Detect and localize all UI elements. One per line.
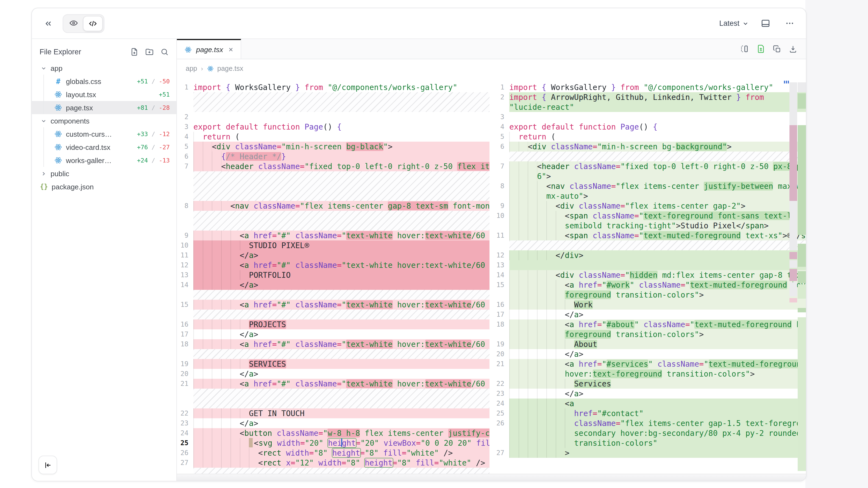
sidebar-file-layout.tsx[interactable]: layout.tsx+51 [32, 88, 176, 101]
code-line: 26<rect width="8" height="8" fill="white… [177, 448, 490, 458]
breadcrumb: app › page.tsx [177, 59, 806, 78]
new-file-button[interactable] [130, 48, 138, 56]
code-line: 1import { WorksGallery } from "@/compone… [493, 82, 806, 92]
text-cursor [341, 438, 343, 447]
code-line: 1import { WorksGallery } from "@/compone… [177, 82, 490, 92]
line-number: 18 [177, 339, 193, 349]
line-number: 4 [177, 132, 193, 142]
line-number: 9 [493, 201, 509, 211]
panel-bottom-button[interactable] [757, 15, 773, 31]
collapse-panel-button[interactable] [41, 15, 56, 31]
code-line: 25href="#contact" [493, 409, 806, 418]
code-line: 25<svg width="20" height="20" viewBox="0… [177, 438, 490, 448]
sidebar-folder-public[interactable]: public [32, 167, 176, 180]
chevrons-left-icon [44, 19, 53, 28]
code-line: 10STUDIO PIXEL® [177, 240, 490, 250]
copy-button[interactable] [773, 45, 781, 53]
sidebar-file-page.tsx[interactable]: page.tsx+81 / -28 [32, 101, 176, 114]
line-number: 3 [177, 122, 193, 132]
line-number: 11 [493, 231, 509, 240]
line-number: 8 [177, 201, 193, 211]
preview-toggle-button[interactable] [64, 15, 83, 30]
sidebar-file-globals.css[interactable]: #globals.css+51 / -50 [32, 75, 176, 88]
sidebar-file-works-galler-[interactable]: works-galler…+24 / -13 [32, 154, 176, 167]
code-line: 16Work [493, 300, 806, 310]
code-line: 8<nav className="flex items-center justi… [493, 181, 806, 201]
more-options-button[interactable] [782, 15, 797, 31]
toolbar-right-group: Latest [719, 15, 797, 31]
code-line: 27> [493, 448, 806, 458]
pane-divider [490, 82, 493, 474]
code-toggle-button[interactable] [83, 15, 103, 31]
diff-pane-original[interactable]: 1import { WorksGallery } from "@/compone… [177, 82, 490, 474]
line-number: 4 [493, 122, 509, 132]
code-view-window: Latest File Explorer [31, 8, 806, 481]
download-button[interactable] [789, 45, 797, 53]
code-line: 21<a href="#services" className="text-mu… [493, 359, 806, 379]
code-line: 24<a [493, 398, 806, 409]
new-folder-button[interactable] [145, 48, 154, 56]
line-number: 23 [177, 418, 193, 428]
code-line: 3 [493, 112, 806, 122]
editor-actions [740, 39, 806, 59]
line-number: 26 [493, 418, 509, 448]
code-line: 20</a> [177, 369, 490, 379]
line-number: 8 [493, 181, 509, 201]
close-tab-icon[interactable]: × [228, 45, 233, 54]
line-number: 18 [493, 320, 509, 339]
breadcrumb-file[interactable]: page.tsx [217, 65, 243, 72]
react-icon [54, 143, 62, 151]
code-line: 5<div className="min-h-screen bg-black"> [177, 142, 490, 152]
code-line: 13 [493, 260, 806, 270]
version-dropdown[interactable]: Latest [719, 19, 749, 27]
line-number: 1 [177, 82, 193, 92]
split-view-icon [740, 44, 749, 53]
sidebar-file-video-card.tsx[interactable]: video-card.tsx+76 / -27 [32, 140, 176, 154]
breadcrumb-root[interactable]: app [186, 65, 197, 72]
tab-page-tsx[interactable]: page.tsx × [177, 39, 242, 59]
sidebar-file-package.json[interactable]: {}package.json [32, 180, 176, 193]
sidebar-folder-components[interactable]: components [32, 114, 176, 127]
diff-pane-modified[interactable]: 1import { WorksGallery } from "@/compone… [493, 82, 806, 474]
horizontal-scrollbar-track[interactable] [177, 474, 806, 481]
file-label: layout.tsx [66, 90, 96, 99]
diff-counts: +33 / -12 [137, 130, 176, 137]
code-line: 4return ( [177, 132, 490, 142]
chevron-down-icon [742, 20, 749, 27]
code-line: 16PROJECTS [177, 320, 490, 329]
sidebar-file-custom-curs-[interactable]: custom-curs…+33 / -12 [32, 127, 176, 140]
edit-marker [249, 438, 253, 447]
search-files-button[interactable] [160, 48, 169, 56]
file-label: video-card.tsx [66, 143, 111, 151]
file-explorer-sidebar: File Explorer app#globals.css+51 / -50la… [32, 39, 177, 481]
code-line: 15<a href="#" className="text-white hove… [177, 300, 490, 310]
diff-collapsed-region [509, 152, 806, 161]
diff-collapsed-region [193, 92, 490, 112]
line-number: 7 [493, 161, 509, 181]
file-diff-button[interactable] [756, 44, 765, 53]
line-number: 14 [493, 270, 509, 280]
code-line: 7<header className="fixed top-0 left-0 r… [177, 161, 490, 171]
code-line: 24<button className="w-8 h-8 flex items-… [177, 428, 490, 438]
sidebar-folder-app[interactable]: app [32, 62, 176, 75]
diff-editor: 1import { WorksGallery } from "@/compone… [177, 78, 806, 481]
line-number: 21 [177, 379, 193, 389]
line-number: 22 [493, 379, 509, 389]
code-line: 2 [177, 112, 490, 122]
code-line: 23</a> [493, 389, 806, 398]
line-number: 25 [493, 409, 509, 418]
split-diff-button[interactable] [740, 44, 749, 53]
download-icon [789, 45, 797, 53]
collapse-sidebar-button[interactable] [38, 456, 57, 474]
react-icon [54, 157, 62, 164]
diff-counts: +81 / -28 [137, 104, 176, 111]
line-number: 19 [177, 359, 193, 369]
line-number: 19 [493, 339, 509, 349]
left-pane-scrollbar-thumb[interactable] [800, 187, 805, 212]
top-toolbar: Latest [32, 8, 806, 39]
code-line: 6{/* Header */} [177, 152, 490, 161]
tab-label: page.tsx [196, 45, 223, 54]
code-line: 15<a href="#work" className="text-muted-… [493, 280, 806, 300]
line-number: 10 [493, 211, 509, 231]
scrollbar-position-marker [784, 81, 789, 84]
